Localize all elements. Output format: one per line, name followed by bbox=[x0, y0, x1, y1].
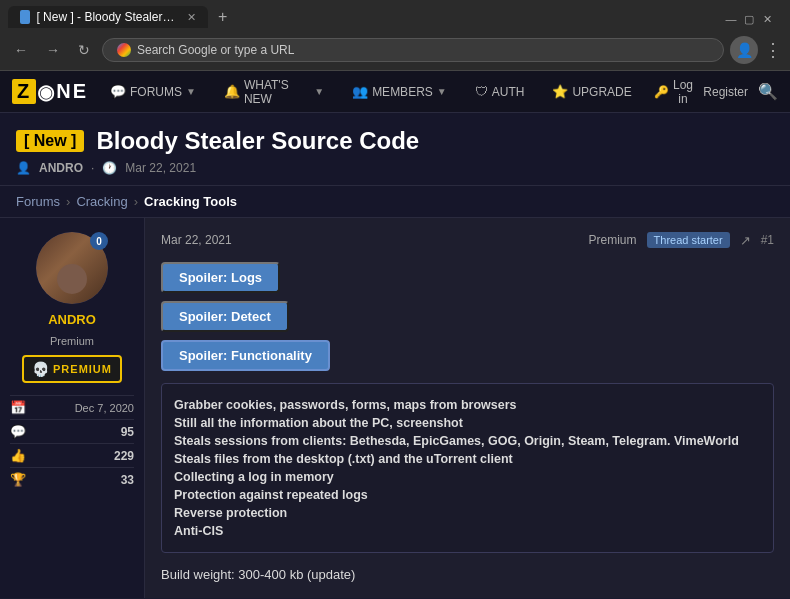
reactions-icon: 👍 bbox=[10, 448, 26, 463]
post-date-meta: Mar 22, 2021 bbox=[125, 161, 196, 175]
feature-item-2: Still all the information about the PC, … bbox=[174, 414, 761, 432]
calendar-icon: 📅 bbox=[10, 400, 26, 415]
site-nav: Z ◉ NE 💬 FORUMS ▼ 🔔 WHAT'S NEW ▼ 👥 MEMBE… bbox=[0, 71, 790, 113]
breadcrumb: Forums › Cracking › Cracking Tools bbox=[0, 186, 790, 218]
login-button[interactable]: 🔑 Log in bbox=[654, 78, 694, 106]
site-wrapper: Z ◉ NE 💬 FORUMS ▼ 🔔 WHAT'S NEW ▼ 👥 MEMBE… bbox=[0, 71, 790, 598]
spoiler-functionality-button[interactable]: Spoiler: Functionality bbox=[161, 340, 330, 371]
feature-item-4: Steals files from the desktop (.txt) and… bbox=[174, 450, 761, 468]
nav-upgrade[interactable]: ⭐ UPGRADE bbox=[546, 80, 637, 103]
logo-ne: NE bbox=[56, 80, 88, 103]
breadcrumb-forums[interactable]: Forums bbox=[16, 194, 60, 209]
whatsnew-dropdown-icon: ▼ bbox=[314, 86, 324, 97]
post-meta-bar: Mar 22, 2021 Premium Thread starter ↗ #1 bbox=[161, 232, 774, 248]
forward-button[interactable]: → bbox=[40, 40, 66, 60]
tab-close-button[interactable]: ✕ bbox=[187, 11, 196, 24]
tab-title: [ New ] - Bloody Stealer Source C... bbox=[36, 10, 177, 24]
register-label: Register bbox=[703, 85, 748, 99]
post-number: #1 bbox=[761, 233, 774, 247]
new-badge: [ New ] bbox=[16, 130, 84, 152]
skull-icon: 💀 bbox=[32, 361, 49, 377]
points-count: 33 bbox=[121, 473, 134, 487]
search-icon[interactable]: 🔍 bbox=[758, 82, 778, 101]
tab-bar: [ New ] - Bloody Stealer Source C... ✕ + bbox=[8, 6, 233, 28]
post-date: Mar 22, 2021 bbox=[161, 233, 232, 247]
nav-forums[interactable]: 💬 FORUMS ▼ bbox=[104, 80, 202, 103]
main-content: 0 ANDRO Premium 💀 PREMIUM 📅 Dec 7, 2020 … bbox=[0, 218, 790, 598]
feature-item-1: Grabber cookies, passwords, forms, maps … bbox=[174, 396, 761, 414]
breadcrumb-cracking[interactable]: Cracking bbox=[76, 194, 127, 209]
window-controls: — ▢ ✕ bbox=[716, 6, 782, 32]
address-bar[interactable]: Search Google or type a URL bbox=[102, 38, 724, 62]
back-button[interactable]: ← bbox=[8, 40, 34, 60]
nav-upgrade-label: UPGRADE bbox=[572, 85, 631, 99]
upgrade-icon: ⭐ bbox=[552, 84, 568, 99]
breadcrumb-sep-2: › bbox=[134, 194, 138, 209]
thread-starter-badge: Thread starter bbox=[647, 232, 730, 248]
members-icon: 👥 bbox=[352, 84, 368, 99]
maximize-button[interactable]: ▢ bbox=[742, 12, 756, 26]
active-tab[interactable]: [ New ] - Bloody Stealer Source C... ✕ bbox=[8, 6, 208, 28]
build-weight-text: Build weight: 300-400 kb (update) bbox=[161, 565, 774, 586]
spoiler-buttons: Spoiler: Logs Spoiler: Detect Spoiler: F… bbox=[161, 262, 774, 379]
profile-icon[interactable]: 👤 bbox=[730, 36, 758, 64]
messages-icon: 💬 bbox=[10, 424, 26, 439]
user-role: Premium bbox=[50, 335, 94, 347]
nav-members[interactable]: 👥 MEMBERS ▼ bbox=[346, 80, 453, 103]
nav-members-label: MEMBERS bbox=[372, 85, 433, 99]
post-extra: Build weight: 300-400 kb (update) The St… bbox=[161, 565, 774, 598]
forums-dropdown-icon: ▼ bbox=[186, 86, 196, 97]
post-meta-right: Premium Thread starter ↗ #1 bbox=[589, 232, 774, 248]
post-author: ANDRO bbox=[39, 161, 83, 175]
messages-count: 95 bbox=[121, 425, 134, 439]
logo-zone: Z bbox=[12, 79, 36, 104]
feature-item-7: Reverse protection bbox=[174, 504, 761, 522]
breadcrumb-current: Cracking Tools bbox=[144, 194, 237, 209]
register-button[interactable]: Register bbox=[703, 85, 748, 99]
page-meta: 👤 ANDRO · 🕐 Mar 22, 2021 bbox=[16, 161, 774, 175]
stiller-text: The Stiller sends the log to the telegra… bbox=[161, 594, 774, 598]
join-date: Dec 7, 2020 bbox=[75, 402, 134, 414]
stat-row-points: 🏆 33 bbox=[10, 467, 134, 491]
address-bar-text: Search Google or type a URL bbox=[137, 43, 294, 57]
share-icon[interactable]: ↗ bbox=[740, 233, 751, 248]
menu-dots[interactable]: ⋮ bbox=[764, 39, 782, 61]
google-icon bbox=[117, 43, 131, 57]
user-sidebar: 0 ANDRO Premium 💀 PREMIUM 📅 Dec 7, 2020 … bbox=[0, 218, 145, 598]
spoiler-detect-button[interactable]: Spoiler: Detect bbox=[161, 301, 289, 332]
user-stats: 📅 Dec 7, 2020 💬 95 👍 229 🏆 33 bbox=[10, 395, 134, 491]
premium-label: Premium bbox=[589, 233, 637, 247]
post-body: Grabber cookies, passwords, forms, maps … bbox=[161, 383, 774, 553]
nav-auth[interactable]: 🛡 AUTH bbox=[469, 80, 531, 103]
new-tab-button[interactable]: + bbox=[212, 6, 233, 28]
nav-whatsnew[interactable]: 🔔 WHAT'S NEW ▼ bbox=[218, 74, 330, 110]
close-button[interactable]: ✕ bbox=[760, 12, 774, 26]
stat-row-reactions: 👍 229 bbox=[10, 443, 134, 467]
nav-forums-label: FORUMS bbox=[130, 85, 182, 99]
minimize-button[interactable]: — bbox=[724, 12, 738, 26]
avatar-badge: 0 bbox=[90, 232, 108, 250]
login-label: Log in bbox=[673, 78, 694, 106]
clock-icon: 🕐 bbox=[102, 161, 117, 175]
feature-item-8: Anti-CIS bbox=[174, 522, 761, 540]
nav-auth-label: AUTH bbox=[492, 85, 525, 99]
spoiler-logs-button[interactable]: Spoiler: Logs bbox=[161, 262, 280, 293]
site-logo: Z ◉ NE bbox=[12, 79, 88, 104]
post-area: Mar 22, 2021 Premium Thread starter ↗ #1… bbox=[145, 218, 790, 598]
whatsnew-icon: 🔔 bbox=[224, 84, 240, 99]
tab-favicon bbox=[20, 10, 30, 24]
forums-icon: 💬 bbox=[110, 84, 126, 99]
stat-row-join: 📅 Dec 7, 2020 bbox=[10, 395, 134, 419]
page-title-row: [ New ] Bloody Stealer Source Code bbox=[16, 127, 774, 155]
page-title: Bloody Stealer Source Code bbox=[96, 127, 419, 155]
feature-item-5: Collecting a log in memory bbox=[174, 468, 761, 486]
premium-text: PREMIUM bbox=[53, 363, 112, 375]
logo-one: ◉ bbox=[37, 80, 56, 104]
reactions-count: 229 bbox=[114, 449, 134, 463]
feature-item-6: Protection against repeated logs bbox=[174, 486, 761, 504]
feature-item-3: Steals sessions from clients: Bethesda, … bbox=[174, 432, 761, 450]
refresh-button[interactable]: ↻ bbox=[72, 40, 96, 60]
page-header: [ New ] Bloody Stealer Source Code 👤 AND… bbox=[0, 113, 790, 186]
user-avatar-wrap: 0 bbox=[36, 232, 108, 304]
date-separator: · bbox=[91, 161, 94, 175]
